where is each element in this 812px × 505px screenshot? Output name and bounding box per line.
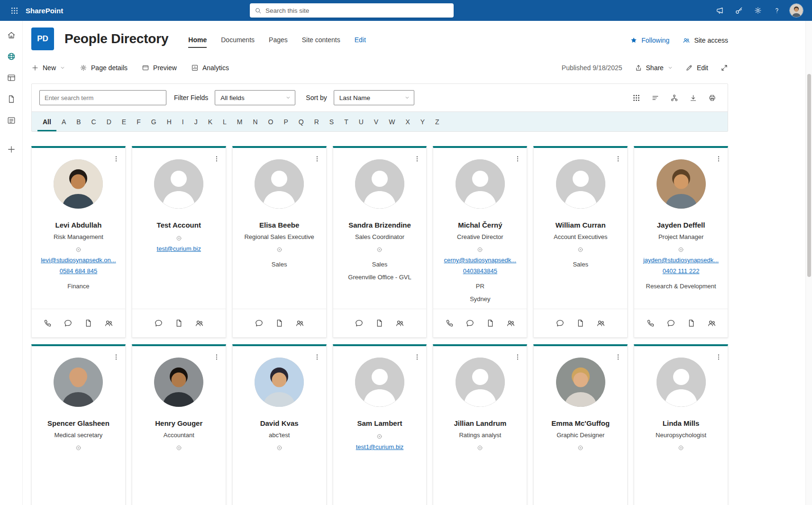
alphabet-letter-b[interactable]: B xyxy=(71,112,86,131)
person-email-link[interactable]: test@curium.biz xyxy=(137,245,221,252)
alphabet-letter-f[interactable]: F xyxy=(131,112,146,131)
help-button[interactable] xyxy=(767,0,786,21)
card-menu-button[interactable] xyxy=(310,350,324,364)
new-button[interactable]: New xyxy=(31,64,65,72)
file-action-button[interactable] xyxy=(575,317,587,330)
org-view-button[interactable] xyxy=(666,90,682,105)
alphabet-letter-r[interactable]: R xyxy=(309,112,324,131)
org-action-button[interactable] xyxy=(103,317,115,330)
alphabet-letter-t[interactable]: T xyxy=(339,112,354,131)
person-email-link[interactable]: cerny@studiosynapsedk... xyxy=(438,257,522,264)
site-access-button[interactable]: Site access xyxy=(683,37,728,44)
person-phone-link[interactable]: 0402 111 222 xyxy=(639,267,723,275)
person-email-link[interactable]: levi@studiosynapsedk.on... xyxy=(36,257,120,264)
list-view-button[interactable] xyxy=(647,90,663,105)
org-action-button[interactable] xyxy=(193,317,205,330)
file-action-button[interactable] xyxy=(685,317,697,330)
download-button[interactable] xyxy=(685,90,701,105)
card-menu-button[interactable] xyxy=(310,152,324,166)
site-nav-pages[interactable]: Pages xyxy=(269,36,288,48)
alphabet-letter-d[interactable]: D xyxy=(101,112,117,131)
alphabet-letter-c[interactable]: C xyxy=(86,112,101,131)
chat-action-button[interactable] xyxy=(62,317,74,330)
edit-page-button[interactable]: Edit xyxy=(685,64,708,72)
alphabet-letter-m[interactable]: M xyxy=(232,112,248,131)
grid-view-button[interactable] xyxy=(628,90,644,105)
site-logo[interactable]: PD xyxy=(31,28,54,50)
preview-button[interactable]: Preview xyxy=(142,64,177,72)
alphabet-letter-q[interactable]: Q xyxy=(293,112,309,131)
chat-action-button[interactable] xyxy=(353,317,365,330)
org-action-button[interactable] xyxy=(293,317,306,330)
vertical-scrollbar[interactable] xyxy=(805,21,812,505)
person-email-link[interactable]: jayden@studiosynapsedk... xyxy=(639,257,723,264)
file-action-button[interactable] xyxy=(173,317,185,330)
org-action-button[interactable] xyxy=(595,317,607,330)
rail-news-button[interactable] xyxy=(4,70,19,85)
site-search-box[interactable] xyxy=(250,3,454,18)
card-menu-button[interactable] xyxy=(712,350,726,364)
rail-create-button[interactable] xyxy=(4,142,19,157)
alphabet-letter-w[interactable]: W xyxy=(383,112,400,131)
card-menu-button[interactable] xyxy=(511,350,525,364)
rail-home-button[interactable] xyxy=(4,28,19,43)
chat-action-button[interactable] xyxy=(554,317,566,330)
megaphone-button[interactable] xyxy=(711,0,730,21)
share-button[interactable]: Share xyxy=(635,64,673,72)
person-phone-link[interactable]: 0403843845 xyxy=(438,267,522,275)
alphabet-letter-h[interactable]: H xyxy=(162,112,177,131)
card-menu-button[interactable] xyxy=(410,152,424,166)
file-action-button[interactable] xyxy=(273,317,285,330)
rail-documents-button[interactable] xyxy=(4,92,19,107)
alphabet-letter-a[interactable]: A xyxy=(56,112,71,131)
file-action-button[interactable] xyxy=(484,317,496,330)
rail-global-button[interactable] xyxy=(4,49,19,64)
alphabet-letter-all[interactable]: All xyxy=(37,112,56,131)
alphabet-letter-i[interactable]: I xyxy=(177,112,189,131)
alphabet-letter-y[interactable]: Y xyxy=(415,112,430,131)
site-search-input[interactable] xyxy=(265,7,449,14)
card-menu-button[interactable] xyxy=(109,350,123,364)
card-menu-button[interactable] xyxy=(410,350,424,364)
card-menu-button[interactable] xyxy=(210,152,224,166)
alphabet-letter-s[interactable]: S xyxy=(324,112,339,131)
page-details-button[interactable]: Page details xyxy=(80,64,128,72)
expand-button[interactable] xyxy=(721,64,728,72)
org-action-button[interactable] xyxy=(705,317,718,330)
following-button[interactable]: Following xyxy=(630,37,669,44)
alphabet-letter-o[interactable]: O xyxy=(263,112,279,131)
scrollbar-thumb[interactable] xyxy=(807,74,811,277)
alphabet-letter-z[interactable]: Z xyxy=(430,112,445,131)
card-menu-button[interactable] xyxy=(210,350,224,364)
file-action-button[interactable] xyxy=(82,317,95,330)
chat-action-button[interactable] xyxy=(152,317,164,330)
site-nav-edit[interactable]: Edit xyxy=(355,36,366,48)
settings-button[interactable] xyxy=(748,0,767,21)
phone-action-button[interactable] xyxy=(644,317,657,330)
site-nav-site-contents[interactable]: Site contents xyxy=(302,36,340,48)
card-menu-button[interactable] xyxy=(712,152,726,166)
alphabet-letter-j[interactable]: J xyxy=(189,112,203,131)
rail-lists-button[interactable] xyxy=(4,113,19,128)
alphabet-letter-v[interactable]: V xyxy=(369,112,383,131)
directory-search-input[interactable] xyxy=(39,90,166,105)
site-nav-documents[interactable]: Documents xyxy=(221,36,255,48)
alphabet-letter-g[interactable]: G xyxy=(146,112,162,131)
alphabet-letter-l[interactable]: L xyxy=(218,112,232,131)
alphabet-letter-k[interactable]: K xyxy=(203,112,218,131)
alphabet-letter-e[interactable]: E xyxy=(117,112,131,131)
card-menu-button[interactable] xyxy=(611,152,625,166)
card-menu-button[interactable] xyxy=(511,152,525,166)
print-button[interactable] xyxy=(704,90,720,105)
alphabet-letter-u[interactable]: U xyxy=(354,112,369,131)
chat-action-button[interactable] xyxy=(253,317,265,330)
person-email-link[interactable]: test1@curium.biz xyxy=(338,443,422,450)
alphabet-letter-p[interactable]: P xyxy=(278,112,293,131)
card-menu-button[interactable] xyxy=(109,152,123,166)
phone-action-button[interactable] xyxy=(42,317,54,330)
chat-action-button[interactable] xyxy=(665,317,677,330)
account-avatar-button[interactable] xyxy=(789,3,803,18)
file-action-button[interactable] xyxy=(374,317,386,330)
alphabet-letter-x[interactable]: X xyxy=(400,112,415,131)
analytics-button[interactable]: Analytics xyxy=(191,64,229,72)
